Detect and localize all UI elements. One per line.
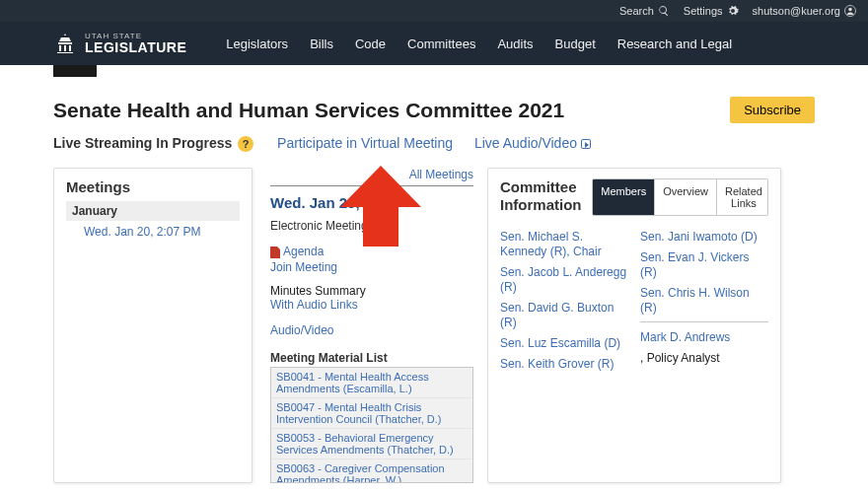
audio-video-link[interactable]: Audio/Video [270,323,473,337]
analyst-link[interactable]: Mark D. Andrews [640,330,768,345]
meetings-title: Meetings [66,178,240,195]
material-item[interactable]: SB0053 - Behavioral Emergency Services A… [271,429,472,459]
capitol-icon [53,32,77,55]
participate-link[interactable]: Participate in Virtual Meeting [277,135,453,151]
tab-overview[interactable]: Overview [654,179,716,215]
member-link[interactable]: Sen. David G. Buxton (R) [500,301,628,330]
svg-point-1 [848,8,852,12]
material-item[interactable]: SB0047 - Mental Health Crisis Interventi… [271,398,472,429]
meetings-panel: Meetings January Wed. Jan 20, 2:07 PM [53,168,253,483]
meeting-detail: All Meetings Wed. Jan 20, Electronic Mee… [266,168,473,483]
search-link[interactable]: Search [619,5,670,17]
committee-info-title: Committee Information [500,178,592,213]
committee-info-panel: Committee Information Members Overview R… [487,168,781,483]
member-link[interactable]: Sen. Michael S. Kennedy (R), Chair [500,230,628,259]
live-av-link[interactable]: Live Audio/Video [474,135,591,151]
live-label: Live Streaming In Progress [53,135,232,151]
nav-code[interactable]: Code [355,36,386,51]
join-meeting-link[interactable]: Join Meeting [270,260,473,274]
audio-links-link[interactable]: With Audio Links [270,298,473,312]
material-list-title: Meeting Material List [270,351,473,365]
settings-link[interactable]: Settings [684,5,739,17]
play-icon [581,139,591,149]
nav-committees[interactable]: Committees [407,36,475,51]
analyst: Mark D. Andrews, Policy Analyst [640,330,768,365]
main-nav: UTAH STATE LEGISLATURE Legislators Bills… [0,22,868,65]
material-list[interactable]: SB0041 - Mental Health Access Amendments… [270,367,473,483]
ci-tabs: Members Overview Related Links [592,178,768,216]
subscribe-button[interactable]: Subscribe [730,97,815,123]
search-icon [658,5,670,17]
all-meetings-link[interactable]: All Meetings [409,168,473,181]
user-icon [844,5,856,17]
help-icon[interactable]: ? [238,136,253,152]
minutes-label: Minutes Summary [270,284,473,298]
utility-bar: Search Settings shutson@kuer.org [0,0,868,22]
nav-budget[interactable]: Budget [555,36,596,51]
page-title: Senate Health and Human Services Committ… [53,99,564,122]
member-link[interactable]: Sen. Chris H. Wilson (R) [640,286,768,316]
material-item[interactable]: SB0041 - Mental Health Access Amendments… [271,368,472,398]
electronic-meeting-label: Electronic Meeting [270,219,368,233]
logo[interactable]: UTAH STATE LEGISLATURE [53,32,186,55]
member-link[interactable]: Sen. Luz Escamilla (D) [500,336,628,351]
month-header: January [66,201,240,221]
gear-icon [727,5,739,17]
member-link[interactable]: Sen. Evan J. Vickers (R) [640,250,768,280]
logo-big: LEGISLATURE [85,40,186,54]
nav-bills[interactable]: Bills [310,36,333,51]
nav-legislators[interactable]: Legislators [226,36,288,51]
member-link[interactable]: Sen. Jani Iwamoto (D) [640,230,768,245]
meeting-item[interactable]: Wed. Jan 20, 2:07 PM [66,221,240,243]
nav-research[interactable]: Research and Legal [617,36,732,51]
tab-stub [53,65,97,77]
tab-related-links[interactable]: Related Links [716,179,768,215]
material-item[interactable]: SB0063 - Caregiver Compensation Amendmen… [271,459,472,483]
tab-members[interactable]: Members [593,179,654,215]
agenda-link[interactable]: Agenda [270,245,473,258]
help-icon[interactable]: ? [373,219,389,235]
nav-audits[interactable]: Audits [497,36,533,51]
member-link[interactable]: Sen. Keith Grover (R) [500,357,628,372]
pdf-icon [270,247,280,258]
member-link[interactable]: Sen. Jacob L. Anderegg (R) [500,265,628,295]
meeting-date: Wed. Jan 20, [270,194,473,211]
user-link[interactable]: shutson@kuer.org [753,5,856,17]
